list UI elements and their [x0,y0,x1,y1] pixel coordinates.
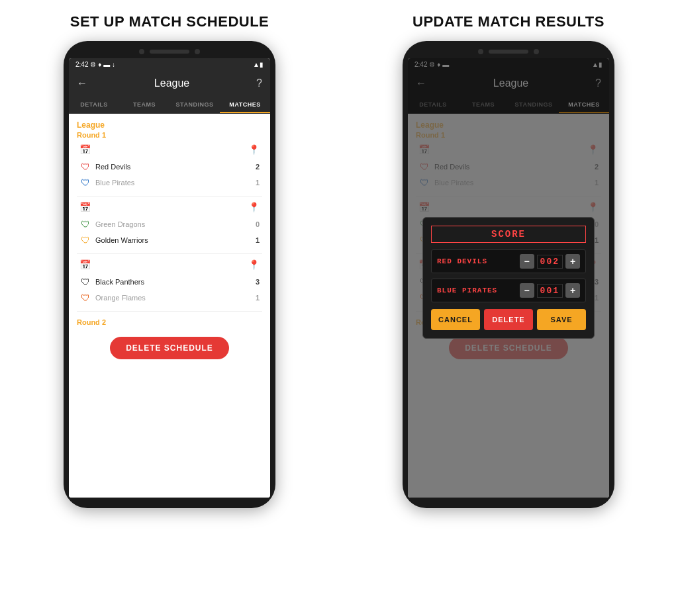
team-name-blue-pirates-left: Blue Pirates [95,179,134,187]
plus-btn-team2[interactable]: + [565,283,580,298]
team-left-1a: 🛡 Red Devils [79,161,130,173]
round2-label-left: Round 2 [77,318,262,326]
dialog-buttons: CANCEL DELETE SAVE [431,309,586,330]
team-row-1a-left: 🛡 Red Devils 2 [77,159,262,175]
left-panel-title: SET UP MATCH SCHEDULE [70,13,269,30]
score-overlay: SCORE RED DEVILS − 002 + BLUE PIRATES [408,58,609,498]
tab-teams-left[interactable]: TEAMS [119,96,170,113]
sensor-right [534,49,539,54]
dialog-delete-button[interactable]: DELETE [484,309,533,330]
score-orange-flames-left: 1 [256,294,260,302]
score-dialog: SCORE RED DEVILS − 002 + BLUE PIRATES [422,217,595,339]
camera-right [478,49,483,54]
score-red-devils-left: 2 [256,163,260,171]
phone-top-left [69,49,270,54]
left-phone: 2:42 ⚙ ♦ ▬ ↓ ▲▮ ← League ? DETAILS TE [64,41,275,508]
score-blue-pirates-left: 1 [256,179,260,187]
score-row-team1: RED DEVILS − 002 + [431,249,586,273]
team-name-green-dragons-left: Green Dragons [95,220,145,228]
minus-btn-team2[interactable]: − [520,283,534,298]
shield-golden-warriors-left: 🛡 [79,234,91,246]
score-dialog-title: SCORE [431,226,586,243]
team-row-3b-left: 🛡 Orange Flames 1 [77,290,262,306]
plus-btn-team1[interactable]: + [565,254,580,269]
match-meta-3-left: 📅 📍 [77,259,262,270]
shield-red-devils-left: 🛡 [79,161,91,173]
team-row-2a-left: 🛡 Green Dragons 0 [77,216,262,232]
camera-left [139,49,144,54]
score-value-team2: 001 [537,284,563,298]
team-row-1b-left: 🛡 Blue Pirates 1 [77,175,262,191]
phone-top-right [408,49,609,54]
score-team2-name: BLUE PIRATES [437,286,520,294]
status-icons-left: ▲▮ [253,61,264,68]
minus-btn-team1[interactable]: − [520,254,534,269]
match-item-1-left[interactable]: 📅 📍 🛡 Red Devils 2 🛡 [77,144,262,197]
score-controls-team2: − 001 + [520,283,580,298]
right-panel: UPDATE MATCH RESULTS 2:42 ⚙ ♦ ▬ ▲▮ [339,0,678,616]
match-meta-1-left: 📅 📍 [77,144,262,155]
match-item-2-left[interactable]: 📅 📍 🛡 Green Dragons 0 🛡 [77,202,262,254]
tabs-bar-left: DETAILS TEAMS STANDINGS MATCHES [69,96,270,114]
location-icon-3-left: 📍 [248,259,260,270]
league-label-left: League [77,120,262,130]
shield-green-dragons-left: 🛡 [79,218,91,230]
team-name-red-devils-left: Red Devils [95,163,130,171]
calendar-icon-1-left: 📅 [79,144,91,155]
score-green-dragons-left: 0 [256,220,260,228]
help-btn-left[interactable]: ? [256,77,262,89]
tab-details-left[interactable]: DETAILS [69,96,119,113]
team-name-golden-warriors-left: Golden Warriors [95,236,148,244]
back-btn-left[interactable]: ← [77,77,87,89]
app-bar-left: ← League ? [69,71,270,96]
team-left-1b: 🛡 Blue Pirates [79,177,134,189]
speaker-right [489,50,528,54]
status-bar-left: 2:42 ⚙ ♦ ▬ ↓ ▲▮ [69,58,270,71]
score-team1-name: RED DEVILS [437,257,520,265]
score-row-team2: BLUE PIRATES − 001 + [431,279,586,302]
team-name-orange-flames-left: Orange Flames [95,294,146,302]
speaker-left [150,50,189,54]
team-name-black-panthers-left: Black Panthers [95,278,144,286]
screen-content-left: League Round 1 📅 📍 🛡 Red Devils [69,114,270,498]
right-panel-title: UPDATE MATCH RESULTS [412,13,605,30]
calendar-icon-2-left: 📅 [79,202,91,212]
team-left-2a: 🛡 Green Dragons [79,218,145,230]
tab-standings-left[interactable]: STANDINGS [170,96,220,113]
score-black-panthers-left: 3 [256,278,260,286]
round1-label-left: Round 1 [77,131,262,139]
shield-orange-flames-left: 🛡 [79,292,91,304]
calendar-icon-3-left: 📅 [79,259,91,270]
score-golden-warriors-left: 1 [256,236,260,244]
save-button[interactable]: SAVE [537,309,586,330]
cancel-button[interactable]: CANCEL [431,309,480,330]
tab-matches-left[interactable]: MATCHES [220,96,270,113]
team-left-3a: 🛡 Black Panthers [79,276,144,288]
sensor-left [195,49,200,54]
team-row-3a-left: 🛡 Black Panthers 3 [77,274,262,290]
match-item-3-left[interactable]: 📅 📍 🛡 Black Panthers 3 � [77,259,262,312]
shield-blue-pirates-left: 🛡 [79,177,91,189]
match-meta-2-left: 📅 📍 [77,202,262,212]
location-icon-2-left: 📍 [248,202,260,212]
location-icon-1-left: 📍 [248,144,260,155]
score-value-team1: 002 [537,255,563,269]
left-panel: SET UP MATCH SCHEDULE 2:42 ⚙ ♦ ▬ ↓ ▲▮ [0,0,339,616]
status-time-left: 2:42 ⚙ ♦ ▬ ↓ [75,61,115,68]
team-row-2b-left: 🛡 Golden Warriors 1 [77,232,262,248]
left-screen: 2:42 ⚙ ♦ ▬ ↓ ▲▮ ← League ? DETAILS TE [69,58,270,498]
team-left-3b: 🛡 Orange Flames [79,292,146,304]
app-bar-title-left: League [154,77,189,89]
score-controls-team1: − 002 + [520,254,580,269]
page-wrapper: SET UP MATCH SCHEDULE 2:42 ⚙ ♦ ▬ ↓ ▲▮ [0,0,678,616]
shield-black-panthers-left: 🛡 [79,276,91,288]
delete-schedule-btn-left[interactable]: DELETE SCHEDULE [110,337,229,359]
right-phone: 2:42 ⚙ ♦ ▬ ▲▮ ← League ? DETAILS TEAM [403,41,614,508]
team-left-2b: 🛡 Golden Warriors [79,234,148,246]
right-screen: 2:42 ⚙ ♦ ▬ ▲▮ ← League ? DETAILS TEAM [408,58,609,498]
